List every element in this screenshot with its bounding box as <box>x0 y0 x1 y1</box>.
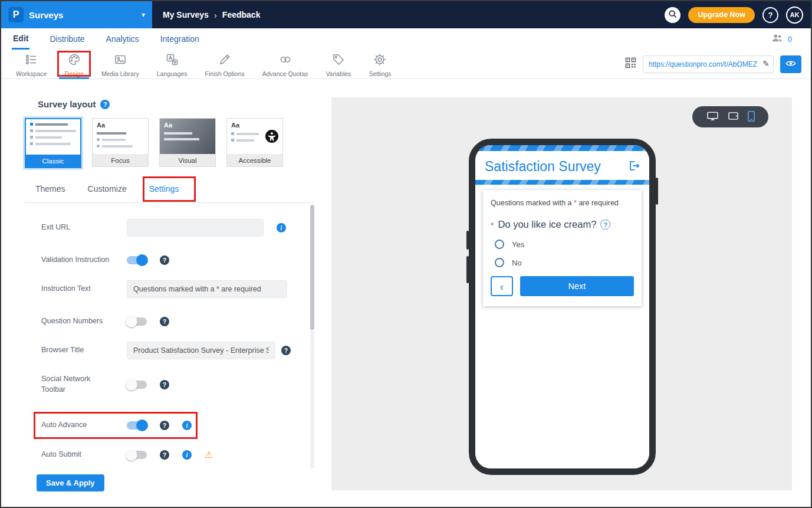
question-numbers-label: Question Numbers <box>41 316 127 327</box>
page-title: Survey layout <box>38 99 96 109</box>
tab-settings[interactable]: Settings <box>149 184 179 194</box>
required-note: Questions marked with a * are required <box>491 199 634 207</box>
progress-stripe-top <box>475 145 649 151</box>
question-card: Questions marked with a * are required *… <box>483 190 642 306</box>
social-network-toolbar-toggle[interactable] <box>127 381 147 389</box>
help-icon[interactable]: ? <box>160 380 169 389</box>
toolbar-item-finish-options[interactable]: Finish Options <box>200 50 250 79</box>
topbar-actions: Upgrade Now ? AK <box>665 6 811 24</box>
question-text: Do you like ice cream? <box>498 219 596 230</box>
toolbar-item-advance-quotas[interactable]: Advance Quotas <box>257 50 314 79</box>
help-icon[interactable]: ? <box>160 421 169 430</box>
radio-icon[interactable] <box>495 240 504 249</box>
main-content: Survey layout ? Classic Aa <box>1 79 811 507</box>
search-button[interactable] <box>665 7 680 23</box>
toolbar-item-design[interactable]: Design <box>59 50 89 79</box>
nav-item-integration[interactable]: Integration <box>159 28 200 50</box>
layout-option-classic[interactable]: Classic <box>25 118 81 168</box>
upgrade-now-button[interactable]: Upgrade Now <box>688 7 755 23</box>
survey-url-input[interactable] <box>643 55 774 73</box>
help-icon[interactable]: ? <box>160 255 169 265</box>
tab-customize[interactable]: Customize <box>88 184 127 194</box>
auto-submit-toggle[interactable] <box>127 451 147 459</box>
image-icon <box>114 53 127 68</box>
product-switcher[interactable]: P Surveys ▾ <box>1 1 152 28</box>
preview-panel: Satisfaction Survey Questions marked wit… <box>331 97 792 490</box>
pencil-brush-icon <box>218 53 231 68</box>
layout-help-icon[interactable]: ? <box>100 100 110 109</box>
toolbar-item-languages[interactable]: Languages <box>152 50 193 79</box>
exit-survey-button[interactable] <box>628 160 640 173</box>
radio-option-yes[interactable]: Yes <box>495 240 634 249</box>
back-button[interactable]: ‹ <box>491 276 513 296</box>
help-icon[interactable]: ? <box>160 317 169 326</box>
social-network-toolbar-label: Social Network Toolbar <box>41 374 100 395</box>
questionpro-logo-icon: P <box>8 7 24 22</box>
next-button[interactable]: Next <box>520 276 634 296</box>
classic-thumbnail <box>26 119 80 155</box>
info-icon[interactable]: i <box>182 421 192 430</box>
people-icon <box>771 33 784 45</box>
phone-volume-button <box>466 256 469 283</box>
exit-url-input[interactable] <box>127 219 264 237</box>
device-switcher <box>692 106 768 127</box>
nav-item-distribute[interactable]: Distribute <box>48 28 86 50</box>
desktop-preview-button[interactable] <box>706 111 719 123</box>
qr-code-icon[interactable] <box>625 57 636 71</box>
avatar[interactable]: AK <box>786 6 803 24</box>
phone-power-button <box>656 178 658 205</box>
layout-option-accessible[interactable]: Aa Accessible <box>226 118 283 167</box>
mobile-preview-button[interactable] <box>748 111 755 123</box>
breadcrumb-my-surveys[interactable]: My Surveys <box>163 10 209 19</box>
toolbar-item-settings[interactable]: Settings <box>363 50 396 79</box>
tag-icon <box>332 53 345 68</box>
toolbar-item-media-library[interactable]: Media Library <box>96 50 144 79</box>
visual-thumbnail: Aa <box>160 119 215 154</box>
toolbar-item-variables[interactable]: Variables <box>320 50 356 79</box>
nav-item-analytics[interactable]: Analytics <box>105 28 140 50</box>
search-icon <box>668 9 677 21</box>
layout-option-focus[interactable]: Aa Focus <box>92 118 149 167</box>
option-label: No <box>512 258 522 267</box>
phone-mockup: Satisfaction Survey Questions marked wit… <box>469 139 656 475</box>
nav-item-edit[interactable]: Edit <box>12 28 29 50</box>
help-icon[interactable]: ? <box>281 346 291 355</box>
left-panel-scrollbar[interactable] <box>310 205 314 468</box>
breadcrumb-separator-icon: › <box>214 10 217 20</box>
tablet-preview-button[interactable] <box>728 112 739 122</box>
setting-row-instruction-text: Instruction Text <box>41 280 313 298</box>
phone-icon <box>748 111 755 123</box>
auto-advance-toggle[interactable] <box>127 421 147 430</box>
radio-option-no[interactable]: No <box>495 258 634 267</box>
question-row: * Do you like ice cream? ? <box>491 219 634 230</box>
info-icon[interactable]: i <box>277 223 286 232</box>
edit-pencil-icon[interactable]: ✎ <box>762 59 770 68</box>
setting-row-exit-url: Exit URL i <box>41 219 313 237</box>
setting-row-browser-title: Browser Title ? <box>41 342 313 359</box>
chevron-left-icon: ‹ <box>500 281 504 292</box>
validation-instruction-toggle[interactable] <box>127 256 147 264</box>
workspace-icon <box>25 53 38 68</box>
survey-footer: ‹ Next <box>491 276 634 296</box>
gear-icon <box>373 53 386 68</box>
tab-themes[interactable]: Themes <box>35 184 65 194</box>
question-help-icon[interactable]: ? <box>600 219 610 230</box>
question-numbers-toggle[interactable] <box>127 317 147 326</box>
layout-option-visual[interactable]: Aa Visual <box>159 118 216 167</box>
warning-icon[interactable]: ⚠ <box>205 450 213 460</box>
breadcrumb-feedback: Feedback <box>222 10 261 19</box>
design-palette-icon <box>68 53 81 68</box>
browser-title-input[interactable] <box>127 342 275 359</box>
info-icon[interactable]: i <box>182 450 192 460</box>
radio-icon[interactable] <box>495 258 504 267</box>
help-icon[interactable]: ? <box>160 450 169 460</box>
instruction-text-input[interactable] <box>127 280 287 298</box>
help-button[interactable]: ? <box>762 7 778 23</box>
design-toolbar: Workspace Design Media Library Languages… <box>1 50 811 79</box>
collaborators-count: 0 <box>788 35 792 44</box>
collaborators[interactable]: 0 <box>771 33 800 45</box>
preview-eye-button[interactable] <box>780 55 801 73</box>
toolbar-item-workspace[interactable]: Workspace <box>11 50 52 79</box>
save-apply-button[interactable]: Save & Apply <box>37 474 104 491</box>
scrollbar-thumb[interactable] <box>310 205 314 330</box>
